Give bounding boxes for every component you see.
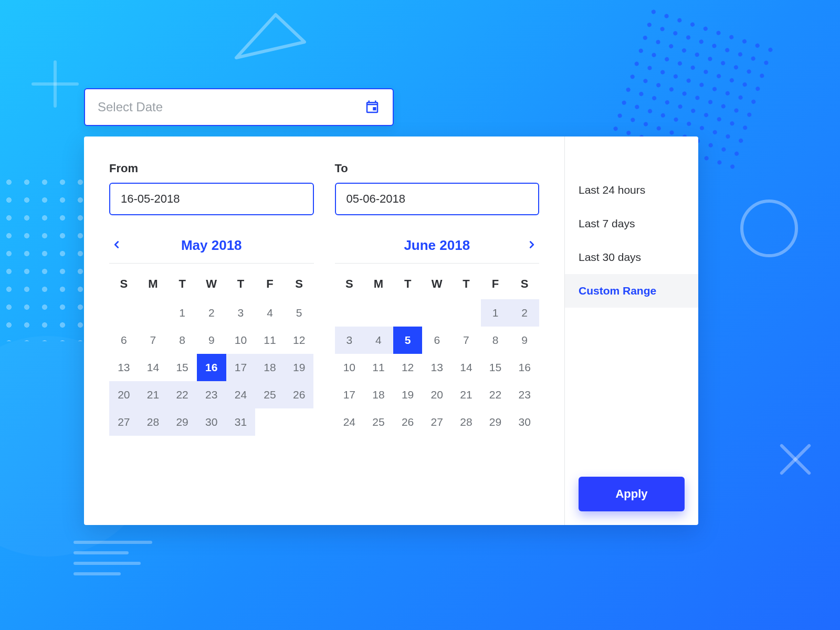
day-cell[interactable]: 3 (335, 327, 364, 354)
dow-row-right: SMTWTFS (335, 274, 540, 294)
day-cell[interactable]: 9 (510, 327, 539, 354)
day-cell[interactable]: 5 (393, 327, 423, 354)
day-cell[interactable]: 4 (364, 327, 393, 354)
day-cell[interactable]: 19 (393, 381, 423, 408)
day-cell[interactable]: 13 (422, 354, 452, 381)
day-cell-blank (393, 299, 423, 327)
dow-row-left: SMTWTFS (109, 274, 314, 294)
day-cell[interactable]: 30 (197, 408, 226, 436)
day-cell[interactable]: 15 (481, 354, 510, 381)
day-cell[interactable]: 1 (167, 299, 197, 327)
bg-x-icon (777, 441, 814, 478)
day-cell[interactable]: 15 (167, 354, 197, 381)
day-cell[interactable]: 17 (226, 354, 256, 381)
from-label: From (109, 162, 314, 175)
day-cell[interactable]: 2 (197, 299, 226, 327)
day-cell[interactable]: 18 (255, 354, 285, 381)
day-cell[interactable]: 13 (109, 354, 139, 381)
day-cell[interactable]: 31 (226, 408, 256, 436)
to-input[interactable] (335, 183, 540, 215)
dow-cell: W (197, 274, 226, 294)
day-cell[interactable]: 20 (422, 381, 452, 408)
to-field: To (335, 162, 540, 215)
day-cell[interactable]: 4 (255, 299, 285, 327)
day-cell[interactable]: 7 (452, 327, 481, 354)
day-cell[interactable]: 11 (255, 327, 285, 354)
select-date-input[interactable]: Select Date (84, 88, 394, 126)
month-right: June 2018 SMTWTFS 1234567891011121314151… (335, 233, 540, 436)
day-cell[interactable]: 14 (139, 354, 168, 381)
chevron-right-icon (526, 237, 538, 254)
prev-month-button[interactable] (106, 235, 127, 256)
day-cell[interactable]: 6 (109, 327, 139, 354)
day-cell[interactable]: 12 (285, 327, 314, 354)
bg-ring-icon (740, 200, 798, 257)
day-cell[interactable]: 23 (197, 381, 226, 408)
preset-option[interactable]: Custom Range (565, 274, 698, 308)
day-cell[interactable]: 21 (139, 381, 168, 408)
day-cell[interactable]: 29 (167, 408, 197, 436)
day-cell[interactable]: 23 (510, 381, 539, 408)
day-cell[interactable]: 11 (364, 354, 393, 381)
dow-cell: T (226, 274, 256, 294)
day-cell[interactable]: 12 (393, 354, 423, 381)
day-cell[interactable]: 16 (197, 354, 226, 381)
day-cell[interactable]: 3 (226, 299, 256, 327)
day-cell[interactable]: 8 (481, 327, 510, 354)
day-cell[interactable]: 21 (452, 381, 481, 408)
day-cell[interactable]: 26 (393, 408, 423, 436)
bg-plus-icon (32, 60, 79, 108)
day-cell[interactable]: 7 (139, 327, 168, 354)
dow-cell: F (255, 274, 285, 294)
preset-option[interactable]: Last 7 days (565, 207, 698, 240)
day-cell[interactable]: 22 (481, 381, 510, 408)
dow-cell: W (422, 274, 452, 294)
day-cell-blank (452, 299, 481, 327)
day-cell[interactable]: 25 (364, 408, 393, 436)
bg-triangle-icon (226, 10, 315, 70)
day-cell[interactable]: 10 (335, 354, 364, 381)
day-cell[interactable]: 26 (285, 381, 314, 408)
day-cell[interactable]: 22 (167, 381, 197, 408)
preset-option[interactable]: Last 24 hours (565, 173, 698, 207)
day-cell[interactable]: 28 (452, 408, 481, 436)
calendar-area: From To May 2018 SMTWTFS 12 (84, 136, 564, 525)
day-cell[interactable]: 30 (510, 408, 539, 436)
day-cell[interactable]: 24 (226, 381, 256, 408)
day-cell[interactable]: 17 (335, 381, 364, 408)
svg-marker-0 (236, 15, 304, 58)
day-cell[interactable]: 6 (422, 327, 452, 354)
from-input[interactable] (109, 183, 314, 215)
day-cell[interactable]: 8 (167, 327, 197, 354)
month-left: May 2018 SMTWTFS 12345678910111213141516… (109, 233, 314, 436)
apply-button[interactable]: Apply (579, 477, 685, 511)
day-cell[interactable]: 20 (109, 381, 139, 408)
preset-option[interactable]: Last 30 days (565, 240, 698, 274)
day-cell[interactable]: 18 (364, 381, 393, 408)
grid-left: 1234567891011121314151617181920212223242… (109, 299, 314, 436)
day-cell[interactable]: 27 (109, 408, 139, 436)
dow-cell: T (167, 274, 197, 294)
next-month-button[interactable] (521, 235, 542, 256)
day-cell[interactable]: 5 (285, 299, 314, 327)
from-field: From (109, 162, 314, 215)
day-cell[interactable]: 10 (226, 327, 256, 354)
day-cell[interactable]: 1 (481, 299, 510, 327)
calendar-icon (364, 99, 380, 115)
months-row: May 2018 SMTWTFS 12345678910111213141516… (109, 233, 539, 436)
day-cell[interactable]: 19 (285, 354, 314, 381)
dow-cell: M (139, 274, 168, 294)
day-cell[interactable]: 28 (139, 408, 168, 436)
day-cell[interactable]: 24 (335, 408, 364, 436)
day-cell[interactable]: 16 (510, 354, 539, 381)
month-left-title: May 2018 (181, 237, 242, 254)
day-cell[interactable]: 25 (255, 381, 285, 408)
day-cell[interactable]: 29 (481, 408, 510, 436)
day-cell[interactable]: 2 (510, 299, 539, 327)
grid-right: 1234567891011121314151617181920212223242… (335, 299, 540, 436)
day-cell[interactable]: 27 (422, 408, 452, 436)
day-cell[interactable]: 14 (452, 354, 481, 381)
day-cell[interactable]: 9 (197, 327, 226, 354)
dow-cell: S (285, 274, 314, 294)
day-cell-blank (422, 299, 452, 327)
